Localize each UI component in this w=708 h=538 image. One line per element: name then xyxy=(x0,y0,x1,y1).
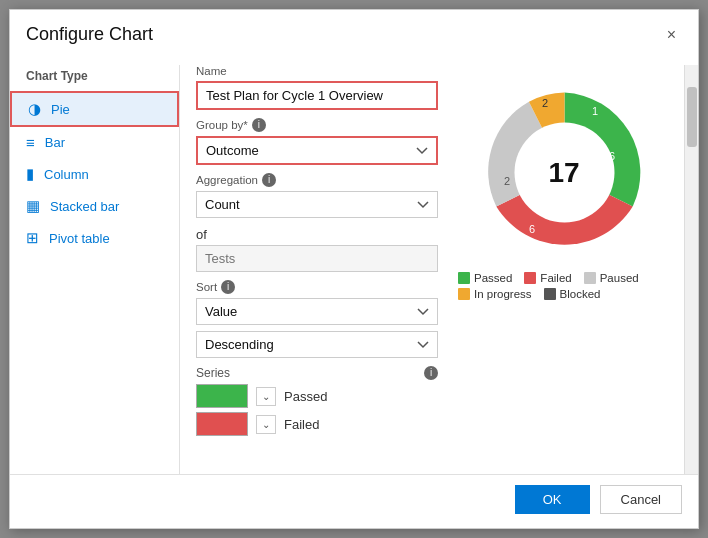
name-label: Name xyxy=(196,65,438,77)
chart-legend: Passed Failed Paused In progress Blocked xyxy=(454,272,674,300)
sidebar-item-stacked-bar[interactable]: ▦ Stacked bar xyxy=(10,190,179,222)
legend-dot-paused xyxy=(584,272,596,284)
legend-label-paused: Paused xyxy=(600,272,639,284)
sort-field-group: Sort i Value Descending xyxy=(196,280,438,358)
ok-button[interactable]: OK xyxy=(515,485,590,514)
stacked-bar-icon: ▦ xyxy=(26,197,40,215)
chart-type-label: Chart Type xyxy=(10,65,179,91)
series-header: Series i xyxy=(196,366,438,380)
of-label: of xyxy=(196,227,438,242)
sort-order-select[interactable]: Descending xyxy=(196,331,438,358)
series-info-icon: i xyxy=(424,366,438,380)
legend-dot-blocked xyxy=(544,288,556,300)
sidebar-item-bar[interactable]: ≡ Bar xyxy=(10,127,179,158)
dialog-title: Configure Chart xyxy=(26,24,153,45)
of-field-group: of xyxy=(196,226,438,272)
passed-chevron-button[interactable]: ⌄ xyxy=(256,387,276,406)
chart-preview-area: 6 6 2 2 1 17 Passed Failed xyxy=(454,65,684,474)
passed-series-name: Passed xyxy=(284,389,327,404)
sidebar-item-pivot-table-label: Pivot table xyxy=(49,231,110,246)
donut-chart: 6 6 2 2 1 17 xyxy=(477,85,652,260)
series-row-failed: ⌄ Failed xyxy=(196,412,438,436)
cancel-button[interactable]: Cancel xyxy=(600,485,682,514)
dialog-body: Chart Type ◑ Pie ≡ Bar ▮ Column ▦ Stacke… xyxy=(10,55,698,474)
sidebar-item-bar-label: Bar xyxy=(45,135,65,150)
of-input xyxy=(196,245,438,272)
sort-info-icon: i xyxy=(221,280,235,294)
group-by-label: Group by* i xyxy=(196,118,438,132)
label-in-progress: 2 xyxy=(541,97,547,109)
bar-icon: ≡ xyxy=(26,134,35,151)
close-button[interactable]: × xyxy=(661,25,682,45)
group-by-info-icon: i xyxy=(252,118,266,132)
sidebar-item-column[interactable]: ▮ Column xyxy=(10,158,179,190)
sort-label: Sort i xyxy=(196,280,438,294)
scrollbar-thumb[interactable] xyxy=(687,87,697,147)
sidebar-item-pivot-table[interactable]: ⊞ Pivot table xyxy=(10,222,179,254)
label-failed: 6 xyxy=(528,223,534,235)
legend-dot-failed xyxy=(524,272,536,284)
legend-item-passed: Passed xyxy=(458,272,512,284)
failed-series-name: Failed xyxy=(284,417,319,432)
sidebar-item-pie[interactable]: ◑ Pie xyxy=(10,91,179,127)
sort-select[interactable]: Value xyxy=(196,298,438,325)
legend-dot-passed xyxy=(458,272,470,284)
passed-color-box xyxy=(196,384,248,408)
legend-item-blocked: Blocked xyxy=(544,288,601,300)
scrollbar-track[interactable] xyxy=(684,65,698,474)
series-row-passed: ⌄ Passed xyxy=(196,384,438,408)
failed-color-box xyxy=(196,412,248,436)
legend-label-failed: Failed xyxy=(540,272,571,284)
group-by-select[interactable]: Outcome xyxy=(196,136,438,165)
form-area: Name Group by* i Outcome Aggregation i xyxy=(180,65,454,474)
configure-chart-dialog: Configure Chart × Chart Type ◑ Pie ≡ Bar… xyxy=(9,9,699,529)
aggregation-field-group: Aggregation i Count xyxy=(196,173,438,218)
failed-chevron-button[interactable]: ⌄ xyxy=(256,415,276,434)
series-label: Series xyxy=(196,366,230,380)
aggregation-select[interactable]: Count xyxy=(196,191,438,218)
pivot-table-icon: ⊞ xyxy=(26,229,39,247)
aggregation-label: Aggregation i xyxy=(196,173,438,187)
legend-label-passed: Passed xyxy=(474,272,512,284)
column-icon: ▮ xyxy=(26,165,34,183)
dialog-footer: OK Cancel xyxy=(10,474,698,528)
legend-item-failed: Failed xyxy=(524,272,571,284)
donut-center-value: 17 xyxy=(548,157,579,189)
group-by-field-group: Group by* i Outcome xyxy=(196,118,438,165)
label-paused: 2 xyxy=(503,175,509,187)
chart-type-sidebar: Chart Type ◑ Pie ≡ Bar ▮ Column ▦ Stacke… xyxy=(10,65,180,474)
legend-label-in-progress: In progress xyxy=(474,288,532,300)
legend-label-blocked: Blocked xyxy=(560,288,601,300)
legend-item-in-progress: In progress xyxy=(458,288,532,300)
series-field-group: Series i ⌄ Passed ⌄ Failed xyxy=(196,366,438,436)
legend-item-paused: Paused xyxy=(584,272,639,284)
label-blocked: 1 xyxy=(591,105,597,117)
sidebar-item-column-label: Column xyxy=(44,167,89,182)
legend-dot-in-progress xyxy=(458,288,470,300)
title-bar: Configure Chart × xyxy=(10,10,698,55)
aggregation-info-icon: i xyxy=(262,173,276,187)
name-field-group: Name xyxy=(196,65,438,110)
label-passed: 6 xyxy=(608,150,614,162)
sidebar-item-pie-label: Pie xyxy=(51,102,70,117)
pie-icon: ◑ xyxy=(28,100,41,118)
sidebar-item-stacked-bar-label: Stacked bar xyxy=(50,199,119,214)
name-input[interactable] xyxy=(196,81,438,110)
